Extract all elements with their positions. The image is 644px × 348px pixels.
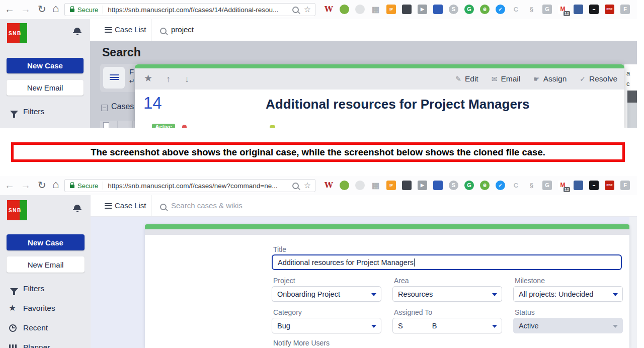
arrow-up-icon[interactable]: ↑ (166, 73, 171, 84)
blue-card-icon[interactable] (574, 5, 583, 14)
gmail-icon[interactable]: M12 (558, 5, 568, 14)
sidebar-item-filters[interactable]: Filters (23, 107, 44, 116)
calendar-icon[interactable]: ▦ (371, 181, 380, 190)
bookmark-star-icon[interactable]: ☆ (304, 6, 311, 14)
recent-clock-icon (9, 324, 17, 334)
f-app-icon[interactable]: F (620, 181, 630, 190)
new-case-button[interactable]: New Case (7, 58, 84, 73)
notifications-bell-icon[interactable] (74, 205, 81, 213)
grammarly-icon[interactable]: G (464, 5, 474, 14)
wikipedia-icon[interactable]: W (324, 5, 334, 14)
category-value: Bug (277, 322, 290, 330)
project-select[interactable]: Onboarding Project (272, 286, 381, 302)
new-email-button[interactable]: New Email (7, 80, 84, 96)
green-dot-icon[interactable] (340, 181, 349, 190)
filter-name-text: F (129, 67, 134, 76)
milestone-label: Milestone (515, 277, 545, 285)
zoom-icon[interactable] (292, 183, 299, 189)
dark-app-icon[interactable] (402, 181, 412, 190)
area-select[interactable]: Resources (392, 286, 502, 302)
dark-app-icon[interactable] (402, 5, 412, 14)
skype-icon[interactable]: S (449, 181, 458, 190)
skype-icon[interactable]: S (449, 5, 458, 14)
resolve-button[interactable]: ✓ Resolve (580, 74, 617, 83)
sidebar-item-recent[interactable]: Recent (23, 323, 48, 332)
new-case-button[interactable]: New Case (7, 234, 85, 250)
check-blue-icon[interactable]: ✓ (496, 181, 505, 190)
pdf-icon[interactable]: PDF (605, 5, 614, 14)
evernote-icon[interactable]: e (480, 5, 490, 14)
paint-icon[interactable] (433, 181, 443, 190)
email-button[interactable]: ✉ Email (492, 74, 521, 83)
address-bar[interactable]: Secure https://snb.manuscript.com/f/case… (64, 179, 315, 192)
gray-dot-icon[interactable] (355, 181, 365, 190)
bottom-main: Case List Search cases & wikis Title Add… (91, 195, 637, 348)
title-input[interactable]: Additional resources for Project Manager… (272, 254, 622, 270)
case-title: Additional resources for Project Manager… (266, 97, 529, 112)
g-gray-icon[interactable]: G (542, 181, 552, 190)
new-email-button[interactable]: New Email (7, 256, 85, 273)
category-select[interactable]: Bug (272, 318, 381, 333)
address-bar[interactable]: Secure https://snb.manuscript.com/f/case… (64, 3, 315, 16)
forward-icon[interactable]: → (21, 3, 31, 15)
collapse-icon[interactable] (101, 104, 108, 113)
shield-icon[interactable]: IP (386, 5, 396, 14)
star-icon[interactable]: ★ (144, 73, 152, 84)
forward-icon[interactable]: → (21, 179, 31, 191)
background-page-peek: a c (624, 64, 637, 128)
green-dot-icon[interactable] (340, 5, 349, 14)
play-icon[interactable]: ▶ (418, 181, 427, 190)
home-icon[interactable]: ⌂ (52, 3, 59, 15)
home-icon[interactable]: ⌂ (52, 179, 59, 191)
sidebar-item-planner[interactable]: Planner (23, 343, 50, 348)
ghostery-icon[interactable]: •• (589, 5, 599, 14)
assign-button[interactable]: ☛ Assign (533, 74, 567, 83)
back-icon[interactable]: ← (5, 3, 15, 15)
edit-button[interactable]: ✎ Edit (455, 74, 478, 83)
wikipedia-icon[interactable]: W (324, 181, 334, 190)
c-app-icon[interactable]: C (511, 5, 521, 14)
c-app-icon[interactable]: C (511, 181, 521, 190)
chevron-down-icon (613, 293, 618, 296)
f-app-icon[interactable]: F (620, 5, 630, 14)
milestone-select[interactable]: All projects: Undecided (513, 286, 623, 302)
sidebar-item-filters[interactable]: Filters (23, 284, 44, 293)
check-blue-icon[interactable]: ✓ (496, 5, 505, 14)
row-checkbox[interactable] (103, 122, 109, 128)
url-text[interactable]: https://snb.manuscript.com/f/cases/14/Ad… (108, 6, 292, 14)
case-list-tab[interactable]: Case List (98, 19, 151, 41)
scrollbar-thumb[interactable] (627, 91, 637, 103)
blue-card-icon[interactable] (574, 181, 583, 190)
notifications-bell-icon[interactable] (74, 28, 81, 36)
evernote-icon[interactable]: e (480, 181, 490, 190)
ghostery-icon[interactable]: •• (589, 181, 599, 190)
back-icon[interactable]: ← (5, 179, 15, 191)
pdf-icon[interactable]: PDF (605, 181, 614, 190)
gray-dot-icon[interactable] (355, 5, 365, 14)
g-gray-icon[interactable]: G (542, 5, 552, 14)
gmail-icon[interactable]: M12 (558, 181, 568, 190)
grammarly-icon[interactable]: G (464, 181, 474, 190)
scrollbar-track[interactable] (627, 103, 637, 128)
paperclip-icon[interactable]: § (527, 5, 536, 14)
calendar-icon[interactable]: ▦ (371, 5, 380, 14)
arrow-down-icon[interactable]: ↓ (185, 73, 189, 84)
paperclip-icon[interactable]: § (527, 181, 536, 190)
search-input[interactable]: Search cases & wikis (171, 201, 243, 210)
shield-icon[interactable]: IP (386, 181, 396, 190)
zoom-icon[interactable] (292, 7, 299, 13)
sidebar-item-favorites[interactable]: Favorites (23, 304, 55, 313)
play-icon[interactable]: ▶ (418, 5, 427, 14)
assigned-to-select[interactable]: S B (392, 318, 502, 333)
list-view-button[interactable] (103, 67, 125, 89)
bookmark-star-icon[interactable]: ☆ (304, 182, 311, 190)
envelope-icon: ✉ (492, 75, 498, 83)
reload-icon[interactable]: ↻ (38, 179, 46, 191)
cases-section-label: Cases (111, 102, 134, 111)
paint-icon[interactable] (433, 5, 443, 14)
top-screenshot: ← → ↻ ⌂ Secure https://snb.manuscript.co… (0, 0, 637, 128)
url-text[interactable]: https://snb.manuscript.com/f/cases/new?c… (108, 182, 292, 190)
case-list-tab[interactable]: Case List (98, 195, 151, 216)
reload-icon[interactable]: ↻ (38, 3, 46, 15)
search-input[interactable]: project (171, 25, 194, 34)
